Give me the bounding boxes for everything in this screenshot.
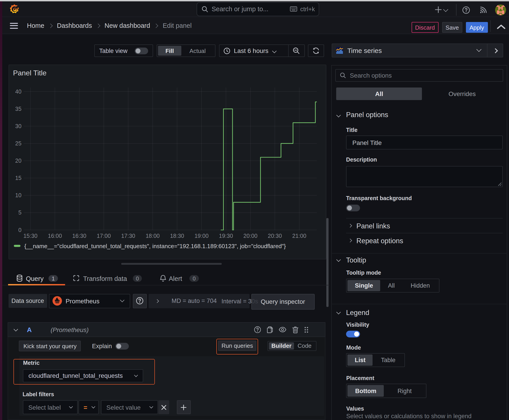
svg-text:18:30: 18:30 — [170, 232, 184, 239]
svg-text:20:00: 20:00 — [243, 232, 258, 239]
svg-text:25: 25 — [15, 140, 22, 146]
svg-text:19:30: 19:30 — [219, 232, 233, 239]
svg-text:0: 0 — [18, 227, 22, 233]
svg-text:15: 15 — [15, 174, 22, 181]
svg-text:16:30: 16:30 — [72, 232, 86, 239]
svg-text:40: 40 — [15, 88, 22, 94]
svg-text:15:30: 15:30 — [23, 232, 38, 239]
svg-text:30: 30 — [15, 123, 22, 129]
svg-text:20:30: 20:30 — [268, 232, 282, 239]
svg-text:19:00: 19:00 — [195, 232, 209, 239]
svg-text:21:00: 21:00 — [292, 232, 307, 239]
svg-text:17:30: 17:30 — [121, 232, 135, 239]
svg-text:18:00: 18:00 — [146, 232, 160, 239]
svg-text:20: 20 — [15, 157, 22, 164]
svg-text:35: 35 — [15, 105, 22, 112]
svg-text:{__name__="cloudflared_tunnel_: {__name__="cloudflared_tunnel_total_requ… — [24, 242, 286, 249]
svg-text:5: 5 — [18, 209, 22, 215]
svg-text:10: 10 — [15, 192, 22, 198]
svg-text:17:00: 17:00 — [97, 232, 111, 239]
svg-text:16:00: 16:00 — [48, 232, 62, 239]
